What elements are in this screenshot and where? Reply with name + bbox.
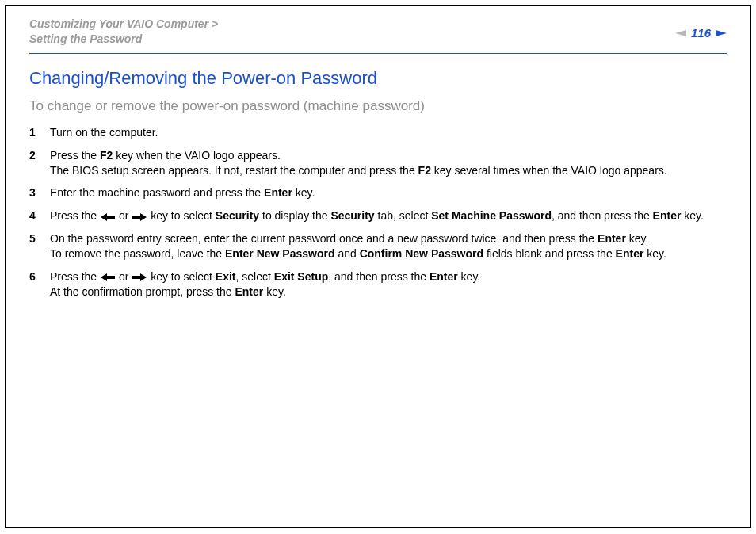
prev-page-arrow-icon[interactable] <box>675 29 686 38</box>
page-number: 116 <box>691 26 711 40</box>
step-item: 5On the password entry screen, enter the… <box>29 231 727 261</box>
step-text: Press the or key to select Exit, select … <box>50 269 727 299</box>
svg-marker-3 <box>132 213 147 221</box>
left-arrow-key-icon <box>101 213 115 221</box>
next-page-arrow-icon[interactable] <box>716 29 727 38</box>
step-item: 6Press the or key to select Exit, select… <box>29 269 727 299</box>
step-item: 2Press the F2 key when the VAIO logo app… <box>29 148 727 178</box>
page-navigation: 116 <box>675 17 727 40</box>
svg-marker-4 <box>101 273 115 281</box>
step-text: Press the or key to select Security to d… <box>50 208 727 223</box>
document-page: Customizing Your VAIO Computer > Setting… <box>5 5 751 528</box>
step-item: 3Enter the machine password and press th… <box>29 185 727 200</box>
step-number: 3 <box>29 185 50 200</box>
step-item: 1Turn on the computer. <box>29 125 727 140</box>
step-text: On the password entry screen, enter the … <box>50 231 727 261</box>
breadcrumb: Customizing Your VAIO Computer > Setting… <box>29 17 218 47</box>
step-item: 4Press the or key to select Security to … <box>29 208 727 223</box>
right-arrow-key-icon <box>132 273 147 281</box>
step-number: 2 <box>29 148 50 178</box>
step-number: 5 <box>29 231 50 261</box>
svg-marker-5 <box>132 273 147 281</box>
svg-marker-1 <box>716 30 727 36</box>
left-arrow-key-icon <box>101 273 115 281</box>
right-arrow-key-icon <box>132 213 147 221</box>
page-header: Customizing Your VAIO Computer > Setting… <box>29 17 727 54</box>
step-text: Enter the machine password and press the… <box>50 185 727 200</box>
step-text: Turn on the computer. <box>50 125 727 140</box>
breadcrumb-line-1: Customizing Your VAIO Computer > <box>29 17 218 32</box>
breadcrumb-line-2: Setting the Password <box>29 32 218 47</box>
svg-marker-2 <box>101 213 115 221</box>
step-number: 1 <box>29 125 50 140</box>
svg-marker-0 <box>675 30 686 36</box>
section-title: Changing/Removing the Power-on Password <box>29 68 727 89</box>
step-number: 4 <box>29 208 50 223</box>
steps-list: 1Turn on the computer.2Press the F2 key … <box>29 125 727 299</box>
step-number: 6 <box>29 269 50 299</box>
step-text: Press the F2 key when the VAIO logo appe… <box>50 148 727 178</box>
section-subtitle: To change or remove the power-on passwor… <box>29 98 727 114</box>
